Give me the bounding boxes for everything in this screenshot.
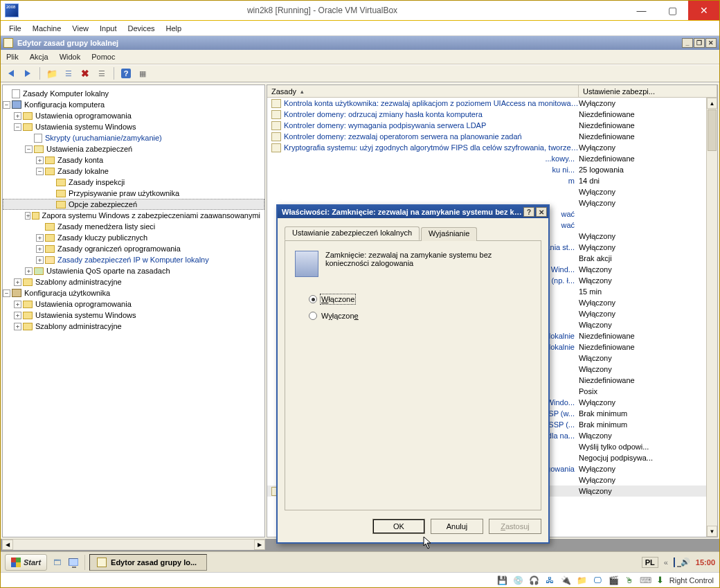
vb-hard-disk-icon[interactable]: 💾 <box>497 575 507 585</box>
hscroll-left-icon[interactable]: ◀ <box>2 540 13 550</box>
scroll-thumb[interactable] <box>708 109 717 151</box>
tree-account-policies[interactable]: +Zasady konta <box>3 154 264 166</box>
scroll-down-icon[interactable]: ▼ <box>707 526 717 537</box>
vb-display-icon[interactable]: 🖵 <box>593 575 603 585</box>
vb-menu-file[interactable]: File <box>9 24 21 33</box>
expand-icon[interactable]: + <box>25 267 33 275</box>
taskbar-item-gpedit[interactable]: Edytor zasad grupy lo... <box>89 554 207 571</box>
vb-menu-help[interactable]: Help <box>166 24 182 33</box>
expand-icon[interactable]: + <box>14 278 21 286</box>
list-item[interactable]: m14 dni <box>267 175 717 186</box>
tb-help-button[interactable]: ? <box>120 67 132 80</box>
tab-explain[interactable]: Wyjaśnianie <box>421 227 477 241</box>
tree-scripts[interactable]: Skrypty (uruchamianie/zamykanie) <box>3 132 264 143</box>
tb-back-button[interactable] <box>5 67 17 80</box>
expand-icon[interactable]: + <box>36 157 44 164</box>
gpedit-close-button[interactable]: ✕ <box>705 38 717 48</box>
vb-menu-input[interactable]: Input <box>100 24 116 33</box>
tree-firewall[interactable]: +Zapora systemu Windows z zabezpieczenia… <box>3 210 264 221</box>
gpedit-horizontal-scrollbar[interactable]: ◀ ▶ <box>2 539 265 550</box>
gp-menu-pomoc[interactable]: Pomoc <box>91 53 115 61</box>
expand-icon[interactable]: + <box>36 245 44 253</box>
tb-props-button[interactable]: ☰ <box>96 67 108 80</box>
tree-software-settings[interactable]: +Ustawienia oprogramowania <box>3 110 264 121</box>
list-item[interactable]: Kontroler domeny: zezwalaj operatorom se… <box>267 131 717 142</box>
collapse-icon[interactable]: − <box>14 123 21 131</box>
tree-security-options[interactable]: Opcje zabezpieczeń <box>3 199 264 210</box>
tree-network-list[interactable]: Zasady menedżera listy sieci <box>3 221 264 232</box>
tab-local-security[interactable]: Ustawianie zabezpieczeń lokalnych <box>285 226 420 240</box>
tb-delete-button[interactable]: ✖ <box>79 67 91 80</box>
tree-computer-config[interactable]: −Konfiguracja komputera <box>3 99 264 110</box>
vb-video-capture-icon[interactable]: 🎬 <box>609 575 619 585</box>
vb-maximize-button[interactable]: ▢ <box>657 1 688 20</box>
tree-admin-templates-1[interactable]: +Szablony administracyjne <box>3 276 264 287</box>
tree-admin-templates-2[interactable]: +Szablony administracyjne <box>3 321 264 332</box>
gp-menu-plik[interactable]: Plik <box>6 53 19 61</box>
gpedit-restore-button[interactable]: ❐ <box>694 38 705 48</box>
vb-menu-machine[interactable]: Machine <box>33 24 62 33</box>
expand-icon[interactable]: + <box>36 256 44 264</box>
tree-windows-settings[interactable]: −Ustawienia systemu Windows <box>3 121 264 132</box>
list-item[interactable]: Kontroler domeny: wymagania podpisywania… <box>267 120 717 131</box>
col-policy[interactable]: Zasady <box>267 85 579 97</box>
expand-icon[interactable]: + <box>14 301 21 308</box>
tree-windows-settings-2[interactable]: +Ustawienia systemu Windows <box>3 310 264 321</box>
collapse-icon[interactable]: − <box>3 289 10 297</box>
radio-disabled[interactable]: Wyłączone Wyłączone <box>309 312 531 320</box>
start-button[interactable]: Start <box>5 554 47 571</box>
gp-menu-akcja[interactable]: Akcja <box>30 53 48 61</box>
expand-icon[interactable]: + <box>25 212 30 220</box>
tree-user-config[interactable]: −Konfiguracja użytkownika <box>3 287 264 299</box>
apply-button[interactable]: ZastosujZastosuj <box>489 519 541 534</box>
quick-launch-explorer[interactable] <box>66 555 80 569</box>
tray-network-icon[interactable] <box>674 558 675 567</box>
vb-menu-devices[interactable]: Devices <box>127 24 154 33</box>
expand-icon[interactable]: + <box>14 323 21 330</box>
vb-network-icon[interactable]: 🖧 <box>545 575 555 585</box>
expand-icon[interactable]: + <box>14 112 21 120</box>
tree-audit-policy[interactable]: Zasady inspekcji <box>3 177 264 188</box>
tree-software-restriction[interactable]: +Zasady ograniczeń oprogramowania <box>3 243 264 254</box>
hscroll-right-icon[interactable]: ▶ <box>254 540 265 550</box>
tree-root[interactable]: Zasady Komputer lokalny <box>3 88 264 99</box>
tb-up-button[interactable]: 📁 <box>46 67 58 80</box>
list-item[interactable]: Wyłączony <box>267 186 717 197</box>
tray-clock[interactable]: 15:00 <box>696 558 715 567</box>
list-item[interactable]: ...kowy...Niezdefiniowane <box>267 153 717 164</box>
expand-icon[interactable]: + <box>14 312 21 319</box>
collapse-icon[interactable]: − <box>25 145 33 153</box>
policy-tree[interactable]: Zasady Komputer lokalny −Konfiguracja ko… <box>2 84 265 537</box>
vb-keyboard-icon[interactable]: ⌨ <box>640 575 651 585</box>
gpedit-minimize-button[interactable]: _ <box>682 38 693 48</box>
collapse-icon[interactable]: − <box>36 168 44 175</box>
list-item[interactable]: Kryptografia systemu: użyj zgodnych algo… <box>267 142 717 153</box>
tb-view-button[interactable]: ▦ <box>136 67 149 80</box>
vb-mouse-integration-icon[interactable]: 🖱 <box>624 575 635 585</box>
vb-usb-icon[interactable]: 🔌 <box>561 575 571 585</box>
scroll-up-icon[interactable]: ▲ <box>707 98 717 109</box>
tree-qos[interactable]: +Ustawienia QoS oparte na zasadach <box>3 265 264 276</box>
dialog-help-button[interactable]: ? <box>523 207 534 217</box>
vb-shared-folder-icon[interactable]: 📁 <box>577 575 587 585</box>
quick-launch-show-desktop[interactable]: 🗔 <box>50 555 64 569</box>
tray-language[interactable]: PL <box>642 557 658 568</box>
tree-public-key[interactable]: +Zasady kluczy publicznych <box>3 232 264 243</box>
gp-menu-widok[interactable]: Widok <box>60 53 81 61</box>
vb-audio-icon[interactable]: 🎧 <box>529 575 539 585</box>
tree-user-rights[interactable]: Przypisywanie praw użytkownika <box>3 188 264 199</box>
tb-list-button[interactable]: ☰ <box>62 67 75 80</box>
tray-chevron-icon[interactable]: « <box>664 558 668 567</box>
tree-ipsec[interactable]: +Zasady zabezpieczeń IP w Komputer lokal… <box>3 254 264 265</box>
cancel-button[interactable]: Anuluj <box>431 519 483 534</box>
collapse-icon[interactable]: − <box>3 101 10 109</box>
vb-minimize-button[interactable]: — <box>626 1 657 20</box>
radio-enabled[interactable]: WWłączonełączone <box>309 295 531 303</box>
tree-software-settings-2[interactable]: +Ustawienia oprogramowania <box>3 299 264 310</box>
col-setting[interactable]: Ustawienie zabezpi... <box>579 85 717 97</box>
dialog-close-button[interactable]: ✕ <box>536 207 547 217</box>
ok-button[interactable]: OK <box>372 519 425 534</box>
tb-forward-button[interactable] <box>21 67 34 80</box>
list-item[interactable]: Kontrola konta użytkownika: zezwalaj apl… <box>267 98 717 109</box>
tree-security-settings[interactable]: −Ustawienia zabezpieczeń <box>3 143 264 154</box>
